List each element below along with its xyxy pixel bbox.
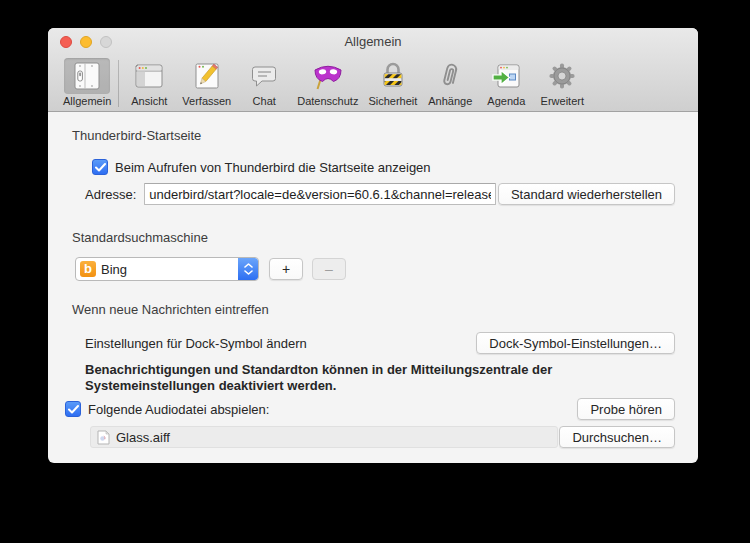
audio-file-field: Glass.aiff bbox=[90, 426, 558, 448]
window-controls bbox=[60, 36, 112, 48]
compose-pencil-icon bbox=[184, 58, 230, 94]
section-heading-new-messages: Wenn neue Nachrichten eintreffen bbox=[72, 302, 698, 318]
tab-label: Erweitert bbox=[541, 95, 584, 107]
preferences-panel-icon bbox=[64, 58, 110, 94]
search-engine-dropdown[interactable]: b Bing bbox=[75, 257, 259, 281]
zoom-button bbox=[100, 36, 112, 48]
restore-default-button[interactable]: Standard wiederherstellen bbox=[498, 183, 675, 205]
audio-checkbox-row: Folgende Audiodatei abspielen: Probe hör… bbox=[65, 398, 675, 420]
tab-ansicht[interactable]: Ansicht bbox=[121, 58, 177, 107]
close-button[interactable] bbox=[60, 36, 72, 48]
startpage-checkbox[interactable] bbox=[92, 159, 108, 175]
check-icon bbox=[95, 163, 106, 172]
tab-label: Allgemein bbox=[63, 95, 111, 107]
tab-sicherheit[interactable]: Sicherheit bbox=[363, 58, 422, 107]
preferences-window: Allgemein Allgemein bbox=[48, 28, 698, 463]
desktop: { "window": { "title": "Allgemein" }, "t… bbox=[0, 0, 750, 543]
startpage-checkbox-label: Beim Aufrufen von Thunderbird die Starts… bbox=[115, 160, 431, 175]
audio-file-name: Glass.aiff bbox=[116, 430, 170, 445]
bing-logo-icon: b bbox=[80, 261, 96, 277]
section-heading-search: Standardsuchmaschine bbox=[72, 230, 698, 246]
tab-label: Chat bbox=[253, 95, 276, 107]
audio-checkbox[interactable] bbox=[65, 401, 81, 417]
search-engine-row: b Bing + – bbox=[75, 257, 675, 281]
play-sample-button[interactable]: Probe hören bbox=[577, 398, 675, 420]
notice-line-1: Benachrichtigungen und Standardton könne… bbox=[85, 362, 675, 378]
audio-checkbox-label: Folgende Audiodatei abspielen: bbox=[88, 402, 269, 417]
address-input[interactable] bbox=[144, 183, 496, 205]
tab-label: Sicherheit bbox=[368, 95, 417, 107]
remove-search-engine-button: – bbox=[312, 258, 346, 280]
tab-agenda[interactable]: Agenda bbox=[478, 58, 534, 107]
tab-chat[interactable]: Chat bbox=[236, 58, 292, 107]
chat-bubble-icon bbox=[241, 58, 287, 94]
attachment-paperclip-icon bbox=[427, 58, 473, 94]
section-heading-startpage: Thunderbird-Startseite bbox=[72, 112, 698, 144]
tab-verfassen[interactable]: Verfassen bbox=[177, 58, 236, 107]
gear-icon bbox=[539, 58, 585, 94]
search-engine-selected: Bing bbox=[101, 262, 238, 277]
window-title: Allgemein bbox=[48, 34, 698, 49]
tab-label: Datenschutz bbox=[297, 95, 358, 107]
startpage-checkbox-row: Beim Aufrufen von Thunderbird die Starts… bbox=[92, 159, 675, 175]
tab-label: Ansicht bbox=[131, 95, 167, 107]
privacy-mask-icon bbox=[305, 58, 351, 94]
dropdown-stepper-icon bbox=[238, 258, 258, 280]
minimize-button[interactable] bbox=[80, 36, 92, 48]
tab-anhaenge[interactable]: Anhänge bbox=[422, 58, 478, 107]
tab-erweitert[interactable]: Erweitert bbox=[534, 58, 590, 107]
notice-line-2: Systemeinstellungen deaktiviert werden. bbox=[85, 378, 675, 394]
check-icon bbox=[68, 405, 79, 414]
audio-file-row: Glass.aiff Durchsuchen… bbox=[90, 426, 675, 448]
tab-datenschutz[interactable]: Datenschutz bbox=[292, 58, 363, 107]
tab-label: Anhänge bbox=[428, 95, 472, 107]
window-icon bbox=[126, 58, 172, 94]
preferences-toolbar: Allgemein Ansicht bbox=[48, 55, 698, 111]
address-label: Adresse: bbox=[85, 187, 136, 202]
security-lock-icon bbox=[370, 58, 416, 94]
calendar-arrow-icon bbox=[483, 58, 529, 94]
address-row: Adresse: Standard wiederherstellen bbox=[85, 183, 675, 205]
dock-settings-button[interactable]: Dock-Symbol-Einstellungen… bbox=[476, 332, 675, 354]
add-search-engine-button[interactable]: + bbox=[269, 258, 303, 280]
tab-allgemein[interactable]: Allgemein bbox=[58, 58, 116, 107]
window-chrome: Allgemein Allgemein bbox=[48, 28, 698, 112]
dock-settings-row: Einstellungen für Dock-Symbol ändern Doc… bbox=[85, 332, 675, 354]
dock-settings-label: Einstellungen für Dock-Symbol ändern bbox=[85, 336, 307, 351]
tab-label: Verfassen bbox=[182, 95, 231, 107]
titlebar: Allgemein bbox=[48, 28, 698, 55]
preferences-content: Thunderbird-Startseite Beim Aufrufen von… bbox=[48, 112, 698, 448]
browse-button[interactable]: Durchsuchen… bbox=[559, 426, 675, 448]
notification-notice: Benachrichtigungen und Standardton könne… bbox=[85, 362, 675, 394]
toolbar-separator bbox=[118, 60, 119, 107]
tab-label: Agenda bbox=[487, 95, 525, 107]
audio-file-icon bbox=[97, 430, 110, 445]
